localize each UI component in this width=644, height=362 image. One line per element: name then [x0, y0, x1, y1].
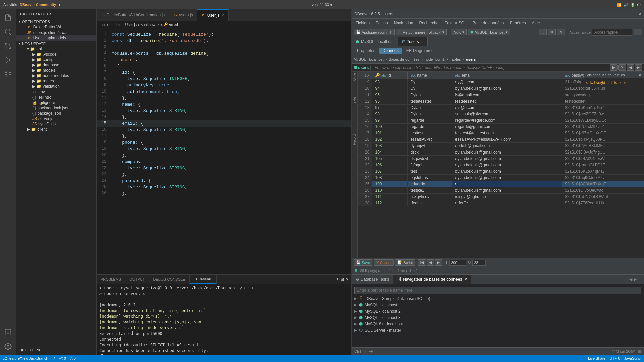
apply-commit-button[interactable]: 💾 Appliquer (commit) [354, 29, 395, 35]
filter-input[interactable] [372, 65, 609, 71]
subtab-er-diagramme[interactable]: ER Diagramme [403, 48, 437, 54]
table-row[interactable]: 12 96 testete​sstet testete​sstet testet… [358, 98, 644, 105]
nav-item-mysql-localhost-2[interactable]: ▶ ⬢ MySQL - localhost 2 [352, 308, 644, 314]
bottom-more-btn[interactable]: ⋮ [638, 277, 642, 282]
dbeaver-tab-mysql-localhost[interactable]: ⬢ MySQL - localhost [352, 37, 398, 46]
texte-label[interactable]: Texte [352, 96, 357, 106]
bottom-prev-btn[interactable]: ◀ [629, 277, 632, 282]
tree-config[interactable]: ▶ 📁 config [16, 57, 96, 62]
table-row[interactable]: 13 97 Dylan dis@g.com $2a$10$oKppAgzN57 [358, 105, 644, 111]
refresh-button[interactable]: ↻ [557, 29, 565, 35]
tab-users[interactable]: JS users.js [169, 9, 197, 21]
cancel-button[interactable]: ✕ Cancel [374, 259, 394, 266]
dbeaver-close[interactable]: × [639, 12, 641, 16]
filter-prev-btn[interactable]: ◀ [627, 64, 634, 71]
tree-vscode[interactable]: ▶ 📁 .vscode [16, 52, 96, 57]
bc-tables[interactable]: Tables [450, 57, 461, 61]
tree-syncdb[interactable]: JS syncDb.js [16, 121, 96, 127]
tab-userjs[interactable]: JS User.js × [197, 9, 229, 21]
table-row[interactable]: 18 102 essaisAvPR essaisAvPR@essaisAvPR.… [358, 136, 644, 143]
subtab-donnees[interactable]: Données [379, 48, 402, 54]
db-table-wrapper[interactable]: Visionneuse de valeurs × sdwfsd@dsffds.c… [358, 72, 644, 258]
tab-database-tasks[interactable]: ⚙ Database Tasks [352, 275, 393, 284]
filter-clear-btn[interactable]: ✕ [618, 64, 626, 71]
table-row[interactable]: 22 106 fsfbgdb dylan.belouis@gmail.com $… [358, 162, 644, 168]
code-editor[interactable]: 1 const Sequelize = require('sequelize')… [97, 28, 351, 274]
activity-source-control[interactable] [2, 40, 14, 52]
tab-close-button[interactable]: × [221, 13, 224, 18]
tab-nav-bases[interactable]: 🗄 Navigateur de bases de données × [393, 275, 471, 284]
activities-label[interactable]: Activités [3, 3, 17, 7]
dbeaver-menu-editeur-sql[interactable]: Editeur SQL [442, 20, 469, 26]
language-label[interactable]: JavaScript [624, 356, 641, 360]
bc-node-login1[interactable]: node_login1 [425, 57, 445, 61]
tree-models[interactable]: ▶ 📁 models [16, 68, 96, 73]
open-editor-delete[interactable]: JS DeleteButtonWi... [16, 24, 96, 30]
dbeaver-menu-navigation[interactable]: Navigation [391, 20, 416, 26]
tree-eslintrc[interactable]: { } .eslintrc [16, 95, 96, 100]
auto-button[interactable]: Auto ▾ [451, 29, 467, 35]
errors-label[interactable]: ⓪ 0 [59, 356, 66, 361]
table-row[interactable]: 14 98 Dylan sdccouis@sfw.com $2a$10$actZ… [358, 111, 644, 117]
filter-next-btn[interactable]: ▶ [635, 64, 642, 71]
nfc-update-header[interactable]: ▾ NFC-UPDATE [16, 41, 96, 46]
bc-users-table[interactable]: users [466, 57, 476, 61]
grille-label[interactable]: Grille [352, 72, 357, 82]
open-editors-header[interactable]: ▾ OPEN EDITORS [16, 19, 96, 24]
tree-database[interactable]: ▶ 📁 database [16, 62, 96, 68]
grid-layout-button[interactable]: ⊞ [539, 29, 547, 35]
sort-button[interactable]: ⇅ [548, 29, 556, 35]
limit-refresh-icon[interactable]: ↻ [468, 260, 471, 265]
tree-server[interactable]: JS server.js [16, 116, 96, 121]
nav-first[interactable]: |◀ [418, 259, 426, 266]
terminal-close-icon[interactable]: × [346, 277, 348, 282]
dbeaver-menu-edition[interactable]: Edition [373, 20, 391, 26]
connection-button[interactable]: ⬢ MySQL - localhost ▾ [468, 29, 510, 35]
tab-problems[interactable]: PROBLEMS [97, 275, 125, 284]
dbeaver-menu-base-donnees[interactable]: Base de données [470, 20, 506, 26]
tree-pkg[interactable]: { } package.json [16, 111, 96, 116]
th-email[interactable]: abc email [452, 72, 562, 79]
bc-mysql-localhost[interactable]: MySQL - localhost [354, 57, 383, 61]
th-id[interactable]: 🔑 abc id [372, 72, 408, 79]
bc-bases-donnees[interactable]: Bases de données [389, 57, 419, 61]
save-button[interactable]: 💾 Save [354, 259, 372, 266]
table-row[interactable]: 23 107 test dylan.belouis@gmail.com $2a$… [358, 168, 644, 175]
table-row[interactable]: 17 101 testtest testtest@testtest.com $2… [358, 130, 644, 136]
tree-client[interactable]: ▶ 📁 client [16, 127, 96, 132]
table-row[interactable]: 27 111 hcxgvhsdv iuisgvi@hghdf.co $2a$10… [358, 194, 644, 200]
activity-files[interactable] [2, 12, 14, 23]
activity-settings[interactable] [2, 341, 14, 352]
dbeaver-minimize[interactable]: ─ [628, 12, 631, 16]
tree-validation[interactable]: ▶ 📁 validation [16, 84, 96, 89]
table-row[interactable]: 21 105 dsqcvdsvb dylan.belouis@gmail.com… [358, 156, 644, 162]
table-row[interactable]: 25 109 eduardo e| $2a$10$3C8iuoTIsXqE [358, 181, 644, 187]
filter-apply-btn[interactable]: ▶ [610, 64, 618, 71]
value-viewer-close[interactable]: × [639, 73, 641, 77]
terminal-content[interactable]: > nodejs-mysql-sequelize@1.0.0 server /h… [97, 284, 351, 355]
table-row[interactable]: 16 100 regarde regarde@gmail.com $2a$10$… [358, 124, 644, 130]
tab-debug-console[interactable]: DEBUG CONSOLE [149, 275, 190, 284]
table-row[interactable]: 20 104 dscx dylan.belouis@gmail.com $2a$… [358, 149, 644, 156]
dbeaver-menu-aide[interactable]: Aide [529, 20, 543, 26]
tree-api[interactable]: ▾ 📁 api [16, 46, 96, 52]
row-count-input[interactable] [472, 260, 486, 266]
dbeaver-menu-fenetres[interactable]: Fenêtres [507, 20, 528, 26]
td-email[interactable]: e| [452, 181, 562, 187]
terminal-plus-icon[interactable]: + [336, 277, 339, 282]
rollback-button[interactable]: ↩ Retour arrière (rollback) ▾ [396, 29, 447, 35]
nav-item-mysql-localhost[interactable]: ▶ ⬢ MySQL - localhost [352, 302, 644, 308]
toolbar-btn-more[interactable]: ⋮ [634, 29, 642, 35]
users-tab-close[interactable]: × [421, 39, 423, 44]
tab-terminal[interactable]: TERMINAL [190, 275, 217, 284]
tree-gitignore[interactable]: 🔒 .gitignore [16, 100, 96, 105]
open-editor-users[interactable]: JS users.js client/src... [16, 30, 96, 35]
outline-header[interactable]: ▶ OUTLINE [19, 347, 94, 353]
nav-prev[interactable]: ◀ [427, 259, 434, 266]
table-row[interactable]: 28 112 rfedhjvr erferffe $2a$10$776PeaUU… [358, 200, 644, 206]
dbeaver-menu-recherche[interactable]: Recherche [416, 20, 441, 26]
tree-node-modules[interactable]: ▶ 📁 node_modules [16, 73, 96, 78]
tree-env[interactable]: ⚙ .env [16, 89, 96, 95]
live-share-label[interactable]: Live Share [588, 356, 606, 360]
activity-search[interactable] [2, 26, 14, 38]
